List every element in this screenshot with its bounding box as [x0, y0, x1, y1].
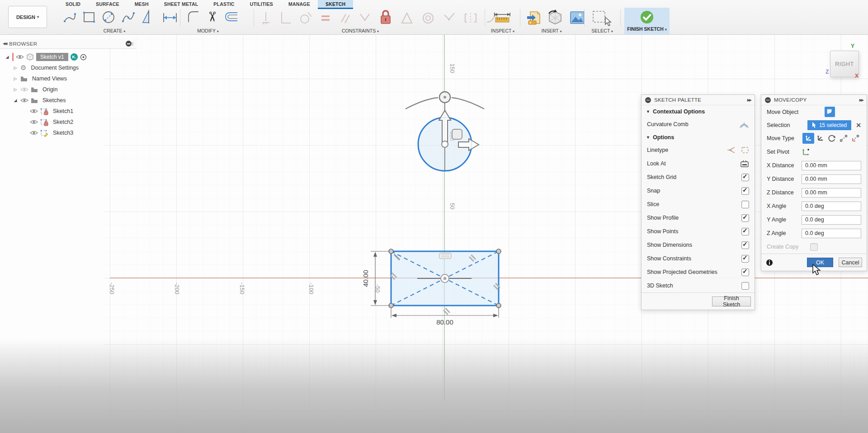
select-group[interactable]: SELECT ▾ — [591, 28, 613, 33]
set-pivot-icon[interactable] — [802, 147, 811, 156]
trim-scissors-icon[interactable]: ✂ — [205, 11, 219, 22]
insert-image-icon[interactable] — [569, 10, 585, 25]
show-dimensions-checkbox[interactable] — [741, 241, 749, 249]
x-angle-input[interactable] — [802, 202, 861, 211]
workspace-selector[interactable]: DESIGN ▾ — [8, 6, 47, 28]
rotate-handle-arc[interactable] — [452, 98, 484, 109]
eye-icon[interactable] — [16, 54, 24, 60]
tree-row-named-views[interactable]: ▷ Named Views — [0, 73, 137, 84]
z-distance-input[interactable] — [802, 188, 861, 198]
avatar[interactable]: K. — [71, 53, 78, 61]
circle-icon[interactable] — [101, 9, 116, 25]
minus-circle-icon[interactable] — [645, 97, 651, 103]
move-type-point-to-position[interactable] — [849, 133, 861, 144]
tree-item-label[interactable]: Sketch1 — [51, 108, 75, 115]
height-dimension[interactable]: 40.00 — [362, 270, 369, 287]
tree-row-sketches[interactable]: ◢ Sketches — [0, 95, 137, 106]
move-type-free-move[interactable] — [802, 133, 814, 144]
eye-hidden-icon[interactable] — [20, 87, 28, 92]
snap-checkbox[interactable] — [741, 187, 749, 195]
tree-item-label[interactable]: Sketches — [40, 97, 68, 104]
rotate-handle-arc[interactable] — [406, 98, 438, 109]
tree-item-label[interactable]: Origin — [40, 86, 60, 93]
select-box-icon[interactable] — [591, 9, 612, 26]
slice-checkbox[interactable] — [741, 201, 749, 208]
sketch-palette-header[interactable]: SKETCH PALETTE ▶▶ — [642, 95, 755, 105]
collinear-constraint-icon[interactable] — [359, 10, 371, 26]
move-type-rotate[interactable] — [826, 133, 838, 144]
dock-panel-icon[interactable]: ▶▶ — [747, 98, 751, 102]
tree-item-label[interactable]: Sketch2 — [51, 118, 75, 126]
move-object-type-button[interactable] — [825, 107, 835, 117]
tree-item-label[interactable]: Named Views — [30, 75, 69, 82]
show-points-checkbox[interactable] — [741, 228, 749, 235]
document-name[interactable]: Sketch v1 — [36, 53, 68, 61]
expand-triangle-icon[interactable]: ◢ — [13, 98, 18, 103]
tab-manage[interactable]: MANAGE — [281, 0, 318, 8]
tree-row-sketch2[interactable]: Sketch2 — [0, 117, 137, 127]
section-options[interactable]: ▼ Options — [642, 131, 755, 143]
tab-sheet-metal[interactable]: SHEET METAL — [156, 0, 206, 8]
constraints-group[interactable]: CONSTRAINTS ▾ — [342, 28, 379, 33]
finish-sketch-button[interactable]: FINISH SKETCH ▾ — [624, 8, 670, 34]
insert-mesh-icon[interactable] — [547, 9, 563, 26]
curvature-comb-icon[interactable] — [739, 120, 749, 128]
tree-item-label[interactable]: Document Settings — [28, 64, 81, 71]
sketch-grid-checkbox[interactable] — [741, 174, 749, 181]
move-copy-header[interactable]: MOVE/COPY ▶▶ — [761, 95, 867, 105]
tangent-constraint-icon[interactable] — [299, 10, 312, 26]
x-distance-input[interactable] — [802, 161, 861, 170]
collapsed-triangle-icon[interactable]: ▷ — [13, 87, 18, 92]
tab-mesh[interactable]: MESH — [127, 0, 156, 8]
construction-line-icon[interactable] — [741, 146, 749, 154]
info-icon[interactable] — [766, 259, 773, 266]
fillet-icon[interactable] — [186, 9, 200, 24]
manipulator-center-point[interactable] — [442, 141, 448, 147]
measure-icon[interactable] — [493, 9, 512, 25]
expand-triangle-icon[interactable]: ◢ — [5, 55, 10, 59]
plane-move-handle[interactable] — [452, 129, 462, 139]
line-icon[interactable] — [63, 9, 77, 25]
collapsed-triangle-icon[interactable]: ▷ — [13, 66, 18, 70]
look-at-icon[interactable] — [740, 160, 749, 168]
horizontal-vertical-constraint-icon[interactable] — [279, 10, 292, 26]
centerline-icon[interactable] — [726, 146, 736, 154]
width-dimension[interactable]: 80.00 — [436, 318, 453, 326]
tree-row-sketch1[interactable]: Sketch1 — [0, 106, 137, 117]
tree-row-sketch3[interactable]: Sketch3 — [0, 127, 137, 138]
tree-item-label[interactable]: Sketch3 — [51, 129, 75, 136]
symmetry-constraint-icon[interactable] — [463, 10, 478, 26]
y-distance-input[interactable] — [802, 174, 861, 184]
eye-icon[interactable] — [30, 130, 38, 136]
tab-surface[interactable]: SURFACE — [88, 0, 127, 8]
parallel-constraint-icon[interactable] — [339, 10, 351, 26]
tree-row-document-settings[interactable]: ▷ ⚙ Document Settings — [0, 62, 137, 73]
inspect-group[interactable]: INSPECT ▾ — [491, 28, 514, 33]
create-group[interactable]: CREATE ▾ — [104, 28, 126, 33]
cancel-button[interactable]: Cancel — [839, 258, 862, 267]
move-manipulator[interactable] — [406, 92, 484, 151]
tree-row-root[interactable]: ◢ Sketch v1 K. — [0, 52, 137, 62]
collapse-panel-icon[interactable]: ◀◀ — [3, 42, 6, 46]
z-angle-input[interactable] — [802, 229, 861, 238]
equal-constraint-icon[interactable] — [320, 10, 331, 26]
clear-selection-icon[interactable]: ✕ — [856, 122, 861, 129]
polygon-constraint-icon[interactable] — [400, 10, 414, 26]
minus-circle-icon[interactable] — [765, 97, 771, 103]
tab-solid[interactable]: SOLID — [58, 0, 88, 8]
show-constraints-checkbox[interactable] — [741, 255, 749, 263]
dimension-badge[interactable] — [439, 253, 451, 259]
dimension-icon[interactable] — [162, 9, 178, 25]
rectangle-sketch[interactable] — [389, 249, 501, 315]
tab-utilities[interactable]: UTILITIES — [242, 0, 281, 8]
tab-sketch[interactable]: SKETCH — [318, 0, 353, 9]
3d-sketch-checkbox[interactable] — [741, 282, 749, 290]
move-type-translate[interactable] — [814, 133, 826, 144]
insert-svg-icon[interactable] — [526, 9, 541, 26]
selection-count-button[interactable]: 15 selected — [807, 120, 851, 130]
minus-circle-icon[interactable] — [126, 41, 132, 47]
tree-row-origin[interactable]: ▷ Origin — [0, 84, 137, 95]
dock-panel-icon[interactable]: ▶▶ — [859, 98, 863, 102]
insert-group[interactable]: INSERT ▾ — [541, 28, 561, 33]
concentric-constraint-icon[interactable] — [421, 10, 435, 26]
